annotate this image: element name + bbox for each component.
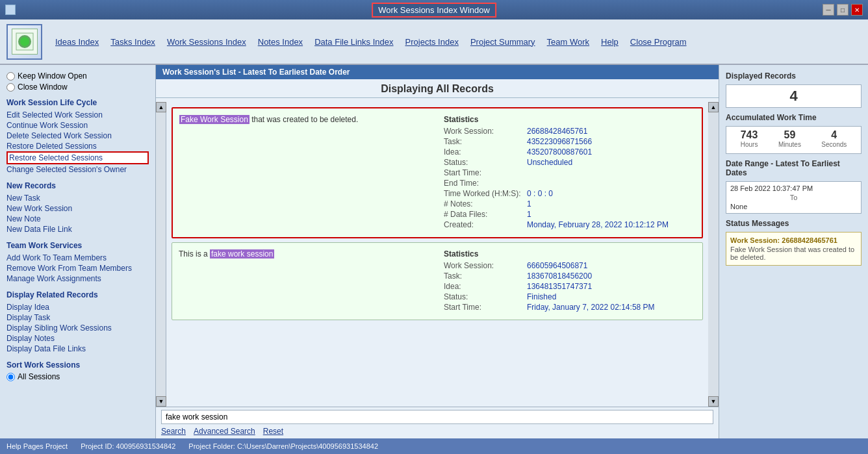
date-range-box: 28 Feb 2022 10:37:47 PM To None	[726, 181, 862, 214]
status-session-id: Work Session: 26688428465761	[730, 236, 857, 244]
search-button[interactable]: Search	[161, 427, 186, 436]
remove-work-team-link[interactable]: Remove Work From Team Members	[6, 263, 149, 273]
stat-label: Status:	[444, 292, 522, 301]
new-task-link[interactable]: New Task	[6, 193, 149, 203]
hours-unit: 743 Hours	[741, 129, 758, 148]
stat-label: Status:	[444, 158, 522, 167]
status-description: Fake Work Session that was created to be…	[730, 246, 857, 261]
menu-help[interactable]: Help	[601, 37, 619, 47]
record-card-2[interactable]: This is a fake work session Statistics W…	[172, 242, 703, 320]
title-bar: Work Sessions Index Window ─ □ ✕	[0, 0, 868, 19]
scroll-container: ▲ ▼ Fake Work Session that was created t…	[156, 102, 719, 407]
date-to-label: To	[730, 192, 857, 203]
records-scroll-down[interactable]: ▼	[708, 396, 719, 407]
section-sort: Sort Work Sessions	[6, 360, 149, 370]
display-data-file-links-link[interactable]: Display Data File Links	[6, 344, 149, 354]
new-note-link[interactable]: New Note	[6, 214, 149, 224]
restore-deleted-link[interactable]: Restore Deleted Sessions	[6, 141, 149, 151]
section-new-records: New Records	[6, 181, 149, 190]
stat-value: 1	[527, 210, 531, 219]
change-owner-link[interactable]: Change Selected Session's Owner	[6, 164, 149, 175]
app-logo	[6, 24, 42, 60]
record-2-highlight: fake work session	[210, 249, 274, 259]
stat-label: Idea:	[444, 147, 522, 157]
title-bar-center: Work Sessions Index Window	[372, 3, 496, 18]
close-window-option[interactable]: Close Window	[6, 82, 149, 92]
stat-value: 0 : 0 : 0	[527, 189, 553, 198]
restore-selected-link[interactable]: Restore Selected Sessions	[6, 151, 149, 164]
status-bar: Help Pages Project Project ID: 400956931…	[0, 438, 868, 454]
content-area: Work Session's List - Latest To Earliest…	[156, 65, 719, 438]
stat-value: 435207800887601	[527, 147, 592, 157]
menu-ideas-index[interactable]: Ideas Index	[55, 37, 99, 47]
records-list: Fake Work Session that was created to be…	[166, 102, 708, 407]
all-sessions-label: All Sessions	[18, 372, 60, 381]
app-icon	[5, 5, 16, 15]
record-card-1[interactable]: Fake Work Session that was created to be…	[172, 107, 703, 238]
edit-selected-link[interactable]: Edit Selected Work Session	[6, 110, 149, 120]
new-work-session-link[interactable]: New Work Session	[6, 203, 149, 214]
stat-row: Start Time:	[444, 168, 695, 177]
close-button[interactable]: ✕	[851, 4, 863, 16]
stat-row: End Time:	[444, 179, 695, 188]
menu-team-work[interactable]: Team Work	[547, 37, 590, 47]
accumulated-work-time-title: Accumulated Work Time	[726, 113, 862, 122]
keep-window-label: Keep Window Open	[18, 71, 87, 81]
record-1-stats-title: Statistics	[444, 115, 695, 124]
keep-window-open-option[interactable]: Keep Window Open	[6, 71, 149, 81]
scroll-up-btn[interactable]: ▲	[156, 102, 166, 112]
search-input[interactable]	[161, 410, 713, 424]
stat-row: Time Worked (H:M:S): 0 : 0 : 0	[444, 189, 695, 198]
logo-icon	[15, 32, 34, 51]
continue-work-link[interactable]: Continue Work Session	[6, 120, 149, 131]
all-sessions-option[interactable]: All Sessions	[6, 372, 149, 381]
sidebar: Keep Window Open Close Window Work Sessi…	[0, 65, 156, 438]
delete-selected-link[interactable]: Delete Selected Work Session	[6, 131, 149, 141]
record-2-stats: Statistics Work Session: 66605964506871 …	[444, 249, 696, 313]
manage-assignments-link[interactable]: Manage Work Assignments	[6, 273, 149, 284]
menu-work-sessions-index[interactable]: Work Sessions Index	[167, 37, 246, 47]
left-scroll: ▲ ▼	[156, 102, 166, 407]
svg-point-2	[20, 37, 29, 46]
seconds-unit: 4 Seconds	[821, 129, 847, 148]
add-work-team-link[interactable]: Add Work To Team Members	[6, 253, 149, 263]
minimize-button[interactable]: ─	[823, 4, 834, 16]
menu-nav: Ideas Index Tasks Index Work Sessions In…	[55, 37, 687, 47]
minutes-unit: 59 Minutes	[778, 129, 801, 148]
menu-tasks-index[interactable]: Tasks Index	[110, 37, 155, 47]
advanced-search-button[interactable]: Advanced Search	[194, 427, 255, 436]
records-scroll-bar: ▲ ▼	[708, 102, 719, 407]
time-row: 743 Hours 59 Minutes 4 Seconds	[730, 129, 857, 148]
menu-project-summary[interactable]: Project Summary	[470, 37, 535, 47]
new-data-file-link-link[interactable]: New Data File Link	[6, 224, 149, 234]
record-1-description: Fake Work Session that was created to be…	[179, 115, 431, 231]
menu-projects-index[interactable]: Projects Index	[405, 37, 459, 47]
reset-button[interactable]: Reset	[263, 427, 283, 436]
menu-close-program[interactable]: Close Program	[630, 37, 687, 47]
stat-label: Created:	[444, 220, 522, 229]
hours-value: 743	[741, 129, 758, 141]
stat-label: Start Time:	[444, 168, 522, 177]
record-2-text: This is a	[179, 249, 210, 259]
display-sibling-link[interactable]: Display Sibling Work Sessions	[6, 323, 149, 333]
stat-row: Status: Finished	[444, 292, 696, 301]
scroll-down-btn[interactable]: ▼	[156, 396, 166, 407]
list-header-text: Work Session's List - Latest To Earliest…	[162, 68, 350, 77]
menu-bar: Ideas Index Tasks Index Work Sessions In…	[0, 19, 868, 65]
stat-row: Task: 183670818456200	[444, 271, 696, 281]
stat-label: Time Worked (H:M:S):	[444, 189, 522, 198]
display-idea-link[interactable]: Display Idea	[6, 302, 149, 312]
record-1-highlight: Fake Work Session	[179, 115, 249, 124]
maximize-button[interactable]: □	[837, 4, 849, 16]
records-scroll-up[interactable]: ▲	[708, 102, 719, 112]
status-messages-box: Work Session: 26688428465761 Fake Work S…	[726, 232, 862, 266]
menu-notes-index[interactable]: Notes Index	[258, 37, 303, 47]
stat-row: Idea: 136481351747371	[444, 282, 696, 291]
menu-data-file-links-index[interactable]: Data File Links Index	[314, 37, 393, 47]
date-range-title: Date Range - Latest To Earliest Dates	[726, 159, 862, 177]
stat-label: Work Session:	[444, 127, 522, 136]
display-notes-link[interactable]: Display Notes	[6, 333, 149, 344]
display-task-link[interactable]: Display Task	[6, 312, 149, 323]
stat-value: 26688428465761	[527, 127, 587, 136]
records-scroll-track[interactable]	[708, 112, 719, 396]
